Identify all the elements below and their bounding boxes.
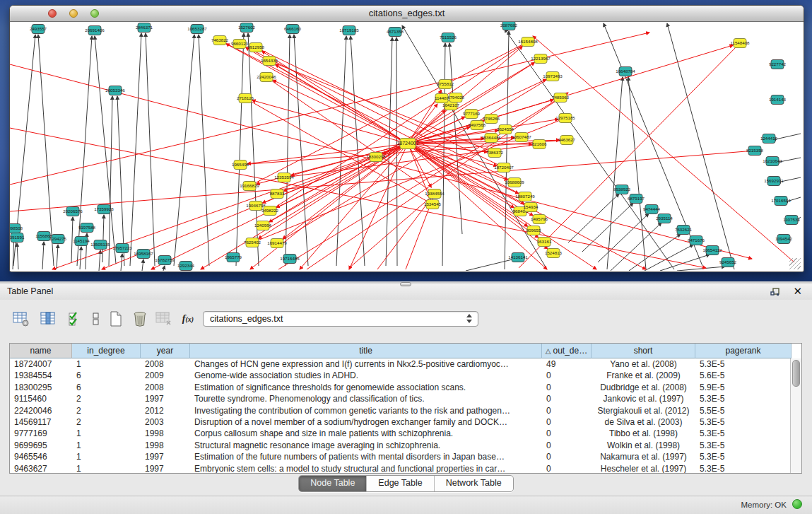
graph-node-label: 12975185 [555,115,575,120]
table-settings-icon[interactable] [11,310,31,328]
graph-edge[interactable] [199,35,209,266]
graph-edge[interactable] [10,33,649,185]
network-window-titlebar[interactable]: citations_edges.txt [10,6,804,22]
graph-edge[interactable] [466,259,515,271]
graph-edge[interactable] [286,35,290,266]
tab-network-table[interactable]: Network Table [435,476,513,491]
graph-edge[interactable] [236,33,244,266]
table-row[interactable]: 911546021997Tourette syndrome. Phenomeno… [10,393,801,404]
graph-edge[interactable] [248,33,259,266]
graph-node-label: 391591 [10,235,25,240]
graph-edge[interactable] [611,223,661,271]
rows-icon[interactable] [86,310,106,328]
graph-node-label: 1642107 [442,103,460,107]
graph-node-label: 1145194 [73,238,90,243]
graph-edge[interactable] [142,259,143,271]
table-row[interactable]: 1872400712008Changes of HCN gene express… [10,358,801,370]
vertical-scrollbar[interactable] [790,358,801,473]
graph-edge[interactable] [276,64,404,141]
function-builder-icon[interactable]: f(x) [178,310,198,328]
table-cell: 18724007 [10,358,72,370]
graph-edge[interactable] [38,35,54,266]
table-row[interactable]: 1938455462009Genome-wide association stu… [10,370,801,381]
table-row[interactable]: 2242004622012Investigating the contribut… [10,405,801,416]
table-cell: 5.3E-5 [695,393,792,404]
table-cell: Stergiakouli et al. (2012) [592,405,695,416]
delete-icon[interactable] [130,310,150,328]
graph-edge[interactable] [57,245,58,269]
table-selector-dropdown[interactable]: citations_edges.txt [203,311,478,327]
graph-edge[interactable] [42,242,44,269]
graph-edge[interactable] [117,96,124,266]
graph-edge[interactable] [109,96,112,266]
table-cell: 0 [542,416,592,428]
graph-node-label: 18724007 [396,141,418,146]
graph-node-label: 1534545 [424,201,442,206]
table-cell: Investigating the contribution of common… [190,405,542,416]
graph-node-label: 6879197 [628,196,645,201]
table-cell: Corpus callosum shape and size in male p… [190,428,542,439]
graph-edge[interactable] [99,250,100,271]
table-row[interactable]: 946362711997Embryonic stem cells: a mode… [10,463,801,474]
column-header-out_de[interactable]: △out_de… [542,344,592,358]
table-cell: 1998 [141,440,190,451]
tab-edge-table[interactable]: Edge Table [367,476,434,491]
network-view-canvas[interactable]: 2493557206914062846371106532871527602646… [10,22,802,271]
column-header-year[interactable]: year [141,344,190,358]
network-window[interactable]: citations_edges.txt 24935572069140628463… [9,5,804,272]
graph-edge[interactable] [17,243,18,269]
graph-edge[interactable] [645,245,693,271]
table-cell: 0 [542,405,592,416]
graph-node-label: 1495796 [531,216,548,221]
column-header-short[interactable]: short [592,344,695,358]
graph-edge[interactable] [146,33,155,266]
close-icon[interactable]: ✕ [793,285,802,298]
table-cell: 0 [542,440,592,451]
table-row[interactable]: 1830029562008Estimation of significance … [10,382,801,393]
column-header-in_degree[interactable]: in_degree [72,344,141,358]
new-file-icon[interactable] [106,310,126,328]
table-cell: Estimation of the future numbers of pati… [190,451,542,462]
table-row[interactable]: 946554611997Estimation of the future num… [10,451,801,462]
table-cell: 9699695 [10,440,72,451]
citation-network-graph[interactable]: 2493557206914062846371106532871527602646… [10,22,802,271]
column-header-pagerank[interactable]: pagerank [695,344,792,358]
graph-edge[interactable] [121,254,122,271]
graph-node-label: 11548408 [730,40,750,45]
graph-edge[interactable] [80,247,81,269]
table-cell: 5.9E-5 [695,382,792,393]
graph-node-label: 9755812 [437,81,454,86]
table-cell: 2 [72,416,141,428]
table-row[interactable]: 1456911722003Disruption of a novel membe… [10,416,801,428]
graph-node-label: 9912958 [247,45,265,49]
table-cell: 1 [72,428,141,439]
column-header-title[interactable]: title [190,344,542,358]
graph-edge[interactable] [102,215,104,262]
table-row[interactable]: 977716911998Corpus callosum shape and si… [10,428,801,439]
table-cell: Tibbo et al. (1998) [592,428,695,439]
table-row[interactable]: 969969511998Structural magnetic resonanc… [10,440,801,451]
table-cell: 5.3E-5 [695,358,792,370]
column-header-name[interactable]: name [10,344,72,358]
graph-node-label: 9746266 [483,116,500,121]
graph-edge[interactable] [174,35,194,266]
graph-node-label: 7485063 [552,95,570,100]
edit-columns-icon[interactable] [38,310,58,328]
graph-node-label: 25364486 [481,135,501,140]
graph-edge[interactable] [95,36,116,264]
graph-node-label: 2935114 [656,216,673,221]
graph-node-label: 7515526 [440,35,457,40]
table-cell: 9463627 [10,463,72,474]
graph-node-label: 16648784 [616,69,635,74]
tab-node-table[interactable]: Node Table [299,476,367,491]
select-columns-icon[interactable] [65,310,85,328]
graph-edge[interactable] [130,33,141,266]
scrollbar-thumb[interactable] [792,360,800,387]
graph-node-label: 9245652 [719,259,737,264]
graph-edge[interactable] [163,266,165,271]
graph-node-label: 17016504 [771,198,791,203]
split-pane-handle[interactable] [400,282,411,286]
table-cell: 9465546 [10,451,72,462]
window-resize-grip[interactable] [789,258,801,269]
float-window-icon[interactable] [770,286,781,298]
